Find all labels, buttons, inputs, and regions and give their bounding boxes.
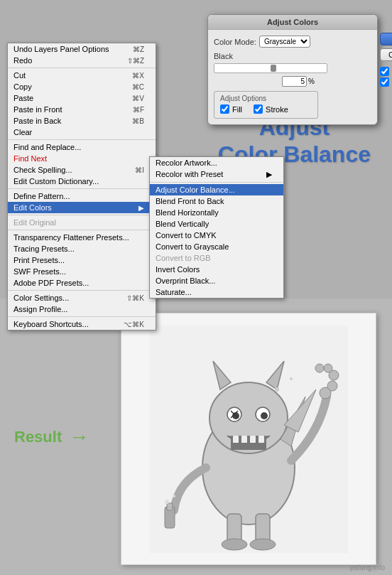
menu-item-paste[interactable]: Paste ⌘V xyxy=(8,92,156,104)
convert-row: Convert xyxy=(380,77,392,87)
result-image xyxy=(121,313,376,565)
separator xyxy=(8,188,156,189)
color-mode-select[interactable]: Grayscale xyxy=(259,36,310,48)
menu-item-redo[interactable]: Redo ⇧⌘Z xyxy=(8,55,156,66)
svg-rect-15 xyxy=(258,436,264,443)
submenu-convert-grayscale[interactable]: Convert to Grayscale xyxy=(150,241,283,252)
menu-item-find-replace[interactable]: Find and Replace... xyxy=(8,141,156,153)
cancel-button[interactable]: Cancel xyxy=(380,48,392,61)
menu-item-clear[interactable]: Clear xyxy=(8,127,156,138)
menu-item-find-next[interactable]: Find Next xyxy=(8,153,156,164)
svg-rect-13 xyxy=(241,436,247,443)
separator xyxy=(8,230,156,230)
dialog-content: Color Mode: Grayscale OK Cancel Preview xyxy=(208,30,377,124)
menu-item-undo[interactable]: Undo Layers Panel Options ⌘Z xyxy=(8,43,156,55)
svg-point-31 xyxy=(275,387,279,392)
bottom-section: Result → xyxy=(0,299,392,575)
preview-row: Preview xyxy=(380,67,392,76)
ok-button[interactable]: OK xyxy=(380,33,392,45)
menu-item-tracing-presets[interactable]: Tracing Presets... xyxy=(8,243,156,254)
result-label: Result → xyxy=(14,426,89,448)
menu-item-color-settings[interactable]: Color Settings... ⇧⌘K xyxy=(8,292,156,303)
convert-checkbox[interactable] xyxy=(380,77,389,87)
fill-checkbox[interactable] xyxy=(220,104,229,114)
svg-rect-14 xyxy=(250,436,256,443)
dialog-titlebar: Adjust Colors xyxy=(208,15,377,30)
submenu-blend-front-back[interactable]: Blend Front to Back xyxy=(150,195,283,207)
preview-checkbox[interactable] xyxy=(380,67,389,76)
svg-point-17 xyxy=(327,381,337,391)
svg-point-20 xyxy=(315,364,324,372)
fill-row: Fill xyxy=(220,104,242,114)
submenu-saturate[interactable]: Saturate... xyxy=(150,286,283,298)
menu-item-edit-original: Edit Original xyxy=(8,217,156,228)
svg-rect-12 xyxy=(233,436,239,443)
monster-illustration xyxy=(149,326,348,553)
stroke-checkbox[interactable] xyxy=(254,104,263,114)
menu-item-edit-colors[interactable]: Edit Colors ▶ xyxy=(8,202,156,213)
submenu-adjust-color-balance[interactable]: Adjust Color Balance... xyxy=(150,184,283,195)
separator xyxy=(8,316,156,317)
stroke-row: Stroke xyxy=(254,104,288,114)
menu-item-check-spelling[interactable]: Check Spelling... ⌘I xyxy=(8,164,156,176)
black-label: Black xyxy=(214,52,233,60)
menu-item-paste-back[interactable]: Paste in Back ⌘B xyxy=(8,115,156,127)
menu-item-edit-dictionary[interactable]: Edit Custom Dictionary... xyxy=(8,176,156,187)
separator xyxy=(8,215,156,215)
menu-item-paste-front[interactable]: Paste in Front ⌘F xyxy=(8,104,156,115)
submenu-recolor-artwork[interactable]: Recolor Artwork... xyxy=(150,157,283,168)
menu-item-print-presets[interactable]: Print Presets... xyxy=(8,254,156,266)
menu-item-keyboard-shortcuts[interactable]: Keyboard Shortcuts... ⌥⌘K xyxy=(8,318,156,330)
adjust-options-section: Adjust Options Fill Stroke xyxy=(214,91,318,119)
svg-point-28 xyxy=(250,539,276,550)
submenu-overprint-black[interactable]: Overprint Black... xyxy=(150,275,283,286)
menu-item-pdf-presets[interactable]: Adobe PDF Presets... xyxy=(8,277,156,289)
svg-point-32 xyxy=(290,377,293,380)
menu-item-swf-presets[interactable]: SWF Presets... xyxy=(8,266,156,277)
black-slider[interactable] xyxy=(214,63,327,73)
svg-rect-25 xyxy=(227,514,241,542)
menu-item-define-pattern[interactable]: Define Pattern... xyxy=(8,190,156,202)
watermark: pstung.info xyxy=(350,564,385,571)
menu-item-copy[interactable]: Copy ⌘C xyxy=(8,81,156,92)
submenu-blend-vertically[interactable]: Blend Vertically xyxy=(150,218,283,230)
black-value-input[interactable] xyxy=(282,76,307,87)
result-arrow: → xyxy=(69,426,89,448)
svg-point-24 xyxy=(173,495,175,498)
svg-point-23 xyxy=(165,500,169,504)
menu-item-assign-profile[interactable]: Assign Profile... xyxy=(8,303,156,315)
slider-thumb xyxy=(271,65,276,72)
adjust-colors-dialog: Adjust Colors Color Mode: Grayscale OK C… xyxy=(207,14,378,125)
submenu-convert-rgb: Convert to RGB xyxy=(150,252,283,264)
svg-rect-26 xyxy=(256,514,270,542)
edit-colors-submenu: Recolor Artwork... Recolor with Preset ▶… xyxy=(149,156,284,299)
svg-rect-22 xyxy=(167,503,173,510)
separator xyxy=(8,68,156,68)
submenu-blend-horizontally[interactable]: Blend Horizontally xyxy=(150,207,283,218)
color-mode-label: Color Mode: xyxy=(214,38,256,46)
svg-point-19 xyxy=(324,364,332,372)
svg-point-27 xyxy=(222,539,247,550)
submenu-convert-cmyk[interactable]: Convert to CMYK xyxy=(150,230,283,241)
edit-menu-panel: Undo Layers Panel Options ⌘Z Redo ⇧⌘Z Cu… xyxy=(7,43,156,331)
submenu-recolor-preset[interactable]: Recolor with Preset ▶ xyxy=(150,168,283,181)
submenu-invert-colors[interactable]: Invert Colors xyxy=(150,264,283,275)
svg-point-8 xyxy=(261,412,268,419)
separator xyxy=(8,290,156,291)
menu-item-transparency-presets[interactable]: Transparency Flattener Presets... xyxy=(8,232,156,243)
menu-item-cut[interactable]: Cut ⌘X xyxy=(8,70,156,81)
separator xyxy=(8,139,156,140)
top-section: Undo Layers Panel Options ⌘Z Redo ⇧⌘Z Cu… xyxy=(0,0,392,299)
